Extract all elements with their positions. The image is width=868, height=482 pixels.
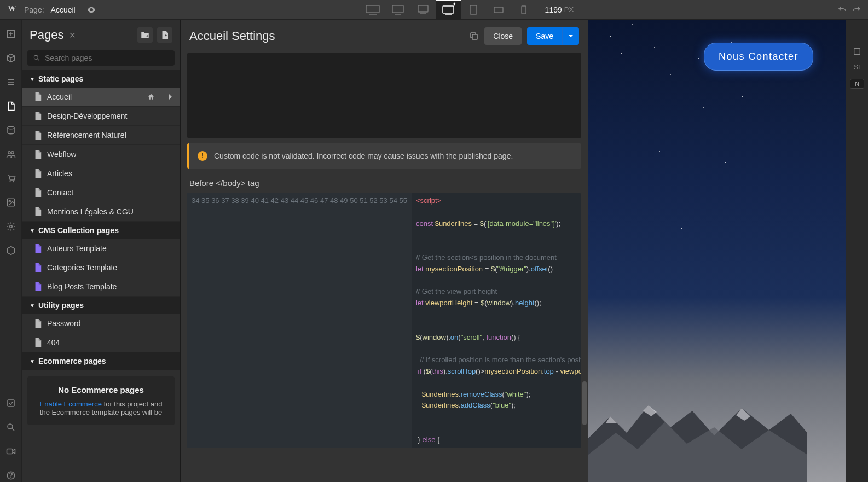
duplicate-icon[interactable] <box>469 31 479 41</box>
bp-tablet-icon[interactable] <box>461 0 486 20</box>
page-name[interactable]: Accueil <box>51 5 76 14</box>
search-pages-input[interactable] <box>27 50 175 66</box>
breakpoint-switcher: ✦ 1199 PX <box>96 0 837 20</box>
head-code-area[interactable] <box>187 53 581 138</box>
svg-rect-27 <box>854 49 860 55</box>
settings-panel: Accueil Settings Close Save ! Custom cod… <box>181 20 588 482</box>
svg-point-24 <box>10 477 11 478</box>
new-folder-button[interactable] <box>137 27 153 43</box>
svg-point-25 <box>34 55 38 59</box>
users-icon[interactable] <box>4 148 18 161</box>
style-panel-icon[interactable] <box>853 47 861 56</box>
navigator-icon[interactable] <box>4 76 18 89</box>
page-item[interactable]: Référencement Naturel <box>22 126 180 145</box>
svg-point-12 <box>8 126 14 129</box>
add-element-icon[interactable] <box>4 27 18 40</box>
svg-rect-9 <box>494 7 503 13</box>
code-lines[interactable]: <script> const $underlines = $('[data-mo… <box>412 193 581 448</box>
webflow-logo-icon[interactable] <box>7 4 18 15</box>
body-code-editor[interactable]: 34 35 36 37 38 39 40 41 42 43 44 45 46 4… <box>187 193 581 448</box>
code-gutter: 34 35 36 37 38 39 40 41 42 43 44 45 46 4… <box>187 193 412 448</box>
svg-rect-8 <box>470 5 477 14</box>
video-icon[interactable] <box>4 445 18 458</box>
page-label: Page: <box>24 5 44 14</box>
search-icon[interactable] <box>4 421 18 434</box>
close-button[interactable]: Close <box>484 27 522 45</box>
top-bar: Page: Accueil ✦ 1199 PX <box>0 0 868 20</box>
pages-title: Pages <box>30 28 63 42</box>
close-pages-icon[interactable]: × <box>69 29 76 42</box>
pages-panel: Pages × ▼Static pagesAccueil Design-Déve… <box>22 20 181 482</box>
redo-icon[interactable] <box>852 5 861 15</box>
topbar-left: Page: Accueil <box>7 4 96 15</box>
section-header[interactable]: ▼Static pages <box>22 70 180 88</box>
page-item[interactable]: 404 <box>22 333 180 352</box>
svg-point-15 <box>9 181 10 182</box>
selector-input[interactable] <box>850 79 864 89</box>
right-rail: St <box>846 20 868 482</box>
save-dropdown-button[interactable] <box>562 27 579 45</box>
svg-rect-22 <box>7 449 13 454</box>
section-header[interactable]: ▼Ecommerce pages <box>22 352 180 370</box>
pages-list: ▼Static pagesAccueil Design-Développemen… <box>22 70 180 432</box>
components-icon[interactable] <box>4 244 18 257</box>
canvas-width-value[interactable]: 1199 <box>545 5 562 14</box>
ecommerce-icon[interactable] <box>4 172 18 185</box>
before-body-label: Before </body> tag <box>189 178 579 188</box>
page-item[interactable]: Auteurs Template <box>22 239 180 258</box>
section-header[interactable]: ▼CMS Collection pages <box>22 222 180 239</box>
bp-desktop-xl-icon[interactable] <box>360 0 385 20</box>
pages-icon[interactable] <box>4 100 18 113</box>
bp-phone-landscape-icon[interactable] <box>486 0 511 20</box>
page-item[interactable]: Articles <box>22 164 180 183</box>
svg-rect-26 <box>472 34 477 39</box>
box-icon[interactable] <box>4 51 18 65</box>
undo-icon[interactable] <box>837 5 847 15</box>
scrollbar-thumb[interactable] <box>582 381 587 425</box>
page-item[interactable]: Password <box>22 314 180 333</box>
svg-point-14 <box>11 152 14 154</box>
settings-title: Accueil Settings <box>189 29 275 43</box>
svg-rect-0 <box>366 5 379 13</box>
svg-point-19 <box>9 225 12 228</box>
selector-label: St <box>854 63 860 71</box>
contact-cta-button[interactable]: Nous Contacter <box>704 43 813 71</box>
svg-point-21 <box>8 424 13 429</box>
mountains-graphic <box>588 389 807 482</box>
ecommerce-empty-state: No Ecommerce pagesEnable Ecommerce for t… <box>27 376 175 425</box>
code-warning: ! Custom code is not validated. Incorrec… <box>187 143 581 169</box>
preview-icon[interactable] <box>86 5 96 15</box>
svg-rect-4 <box>418 5 428 12</box>
audit-icon[interactable] <box>4 397 18 410</box>
bp-tablet-landscape-icon[interactable]: ✦ <box>436 0 461 20</box>
svg-rect-10 <box>522 6 526 14</box>
page-item[interactable]: Webflow <box>22 145 180 164</box>
page-item[interactable]: Blog Posts Template <box>22 277 180 297</box>
svg-rect-2 <box>392 5 403 13</box>
save-button[interactable]: Save <box>527 27 562 45</box>
new-page-button[interactable] <box>157 27 172 43</box>
enable-ecommerce-link[interactable]: Enable Ecommerce <box>39 400 101 408</box>
section-header[interactable]: ▼Utility pages <box>22 297 180 314</box>
bp-phone-icon[interactable] <box>511 0 536 20</box>
page-item[interactable]: Design-Développement <box>22 107 180 126</box>
canvas-preview[interactable]: Nous Contacter <box>588 20 846 482</box>
assets-icon[interactable] <box>4 196 18 209</box>
left-rail <box>0 20 22 482</box>
chevron-right-icon <box>168 94 172 100</box>
home-icon <box>147 93 155 101</box>
page-item[interactable]: Contact <box>22 183 180 202</box>
help-icon[interactable] <box>4 469 18 482</box>
bp-desktop-icon[interactable] <box>410 0 436 20</box>
svg-point-13 <box>8 152 10 154</box>
canvas-width-unit: PX <box>564 5 574 14</box>
warning-text: Custom code is not validated. Incorrect … <box>214 152 513 160</box>
settings-icon[interactable] <box>4 220 18 233</box>
search-field[interactable] <box>45 54 169 62</box>
page-item[interactable]: Categories Template <box>22 258 180 277</box>
page-item[interactable]: Accueil <box>22 88 180 107</box>
page-item[interactable]: Mentions Légales & CGU <box>22 202 180 222</box>
warning-icon: ! <box>198 151 207 161</box>
bp-desktop-l-icon[interactable] <box>385 0 410 20</box>
cms-icon[interactable] <box>4 124 18 137</box>
